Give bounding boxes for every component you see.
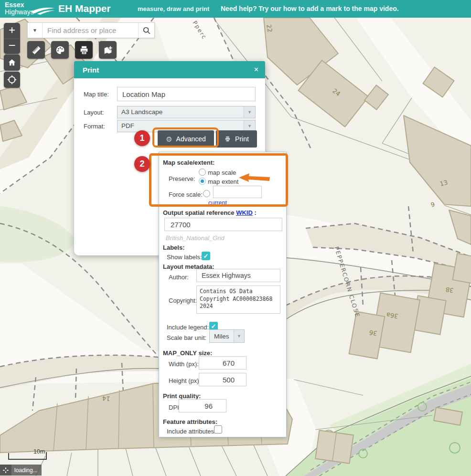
- search-button[interactable]: [138, 23, 154, 38]
- current-scale-link[interactable]: current: [208, 200, 227, 206]
- logo-line1: Essex: [5, 1, 34, 9]
- check-icon: ✓: [203, 253, 209, 260]
- map-scale-bar: 10m: [7, 448, 52, 462]
- locate-button[interactable]: [4, 72, 20, 88]
- include-attributes-checkbox[interactable]: [214, 425, 222, 434]
- grid-name-label: British_National_Grid: [166, 234, 225, 242]
- annotation-step-1: 1: [134, 130, 150, 146]
- height-label: Height (px):: [169, 377, 201, 384]
- search-bar: ▼: [27, 22, 155, 38]
- locate-icon: [7, 74, 17, 85]
- zoom-out-button[interactable]: −: [4, 39, 20, 54]
- search-source-dropdown[interactable]: ▼: [28, 23, 43, 38]
- include-attributes-label: Include attributes:: [167, 428, 216, 435]
- copyright-textarea[interactable]: Contains OS Data Copyright AC0000823868 …: [196, 286, 280, 314]
- basemap-tool-button[interactable]: [99, 41, 117, 59]
- print-quality-heading: Print quality:: [163, 392, 201, 400]
- home-icon: [7, 58, 17, 67]
- advanced-panel: Map scale/extent: Preserve: map scale ma…: [159, 152, 287, 437]
- zoom-in-button[interactable]: +: [4, 23, 20, 39]
- gear-icon: ⚙: [166, 136, 172, 143]
- logo-swoosh-icon: [31, 6, 55, 15]
- layout-label: Layout:: [84, 109, 104, 116]
- author-label: Author:: [169, 274, 189, 281]
- search-icon: [142, 26, 151, 35]
- force-scale-radio[interactable]: [203, 190, 210, 197]
- layout-selected-value: A3 Landscape: [118, 106, 244, 118]
- scale-bar-unit-label: Scale bar unit:: [167, 334, 206, 341]
- essex-highways-logo: Essex Highways: [5, 1, 34, 16]
- spatial-ref-label: Output spatial reference: [163, 209, 235, 216]
- add-map-icon: [103, 45, 113, 55]
- measure-tool-button[interactable]: [27, 41, 45, 59]
- height-input[interactable]: [199, 373, 246, 386]
- logo-line2: Highways: [5, 9, 34, 16]
- house-number: 36: [369, 329, 377, 337]
- wkid-input[interactable]: [164, 218, 282, 231]
- scale-extent-heading: Map scale/extent:: [163, 159, 214, 166]
- print-dialog-title: Print: [83, 66, 254, 74]
- loading-indicator: loading...: [0, 465, 42, 476]
- draw-tool-button[interactable]: [51, 41, 69, 59]
- print-button[interactable]: Print: [216, 130, 257, 148]
- preserve-label: Preserve:: [169, 175, 195, 182]
- format-label: Format:: [84, 123, 105, 130]
- map-extent-option-label[interactable]: map extent: [208, 178, 238, 185]
- width-input[interactable]: [199, 356, 246, 370]
- eh-mapper-app: Pperc PEPPERCORN CLOSE 22 24 13 9 38 36a…: [0, 0, 471, 476]
- force-scale-label: Force scale:: [169, 191, 203, 198]
- spatial-ref-colon: :: [254, 209, 256, 216]
- ruler-icon: [31, 45, 42, 55]
- header-help-link[interactable]: Need help? Try our how to add a mark to …: [221, 5, 399, 12]
- labels-heading: Labels:: [163, 244, 185, 251]
- palette-icon: [55, 45, 65, 55]
- include-legend-label: Include legend:: [167, 324, 209, 331]
- app-title: EH Mapper: [58, 3, 111, 14]
- force-scale-input[interactable]: [213, 186, 262, 198]
- width-label: Width (px):: [169, 360, 199, 368]
- map-scale-option-label[interactable]: map scale: [208, 169, 236, 176]
- app-header: Essex Highways EH Mapper measure, draw a…: [0, 0, 471, 18]
- map-scale-radio[interactable]: [199, 169, 206, 176]
- zoom-control: + −: [4, 23, 20, 54]
- feature-attributes-heading: Feature attributes:: [163, 418, 217, 425]
- home-button[interactable]: [4, 54, 20, 71]
- print-tool-button[interactable]: [75, 41, 93, 59]
- house-number: 38: [445, 286, 454, 294]
- check-icon: ✓: [211, 323, 216, 330]
- scale-bar-unit-value: Miles: [210, 330, 234, 342]
- close-icon[interactable]: ×: [254, 65, 258, 74]
- printer-icon: [224, 136, 231, 142]
- chevron-down-icon: ▼: [32, 28, 37, 33]
- map-extent-radio[interactable]: [199, 178, 206, 185]
- print-dialog-header[interactable]: Print ×: [74, 61, 265, 78]
- show-labels-checkbox[interactable]: ✓: [202, 252, 210, 260]
- print-button-label: Print: [235, 135, 249, 143]
- spinner-icon: [0, 465, 11, 476]
- chevron-down-icon[interactable]: ▼: [234, 330, 244, 342]
- advanced-button-label: Advanced: [176, 135, 206, 143]
- show-labels-label: Show labels:: [167, 254, 202, 261]
- header-tagline: measure, draw and print: [138, 5, 209, 12]
- loading-label: loading...: [14, 467, 38, 474]
- scale-bar-label: 10m: [33, 448, 45, 455]
- search-input[interactable]: [43, 23, 138, 38]
- printer-icon: [79, 45, 89, 55]
- layout-select[interactable]: A3 Landscape ▼: [117, 106, 256, 118]
- map-title-label: Map title:: [84, 91, 109, 98]
- annotation-step-2: 2: [134, 156, 150, 172]
- author-input[interactable]: [196, 269, 280, 282]
- scale-bar-unit-select[interactable]: Miles ▼: [209, 329, 245, 343]
- dpi-input[interactable]: [179, 399, 226, 413]
- house-number: 14: [102, 394, 110, 402]
- copyright-label: Copyright:: [169, 297, 197, 304]
- wkid-link[interactable]: WKID: [236, 209, 253, 216]
- map-title-input[interactable]: [117, 87, 256, 101]
- advanced-button[interactable]: ⚙ Advanced: [158, 130, 214, 148]
- chevron-down-icon[interactable]: ▼: [244, 106, 255, 118]
- house-number: 22: [265, 24, 274, 33]
- map-only-heading: MAP_ONLY size:: [163, 349, 212, 357]
